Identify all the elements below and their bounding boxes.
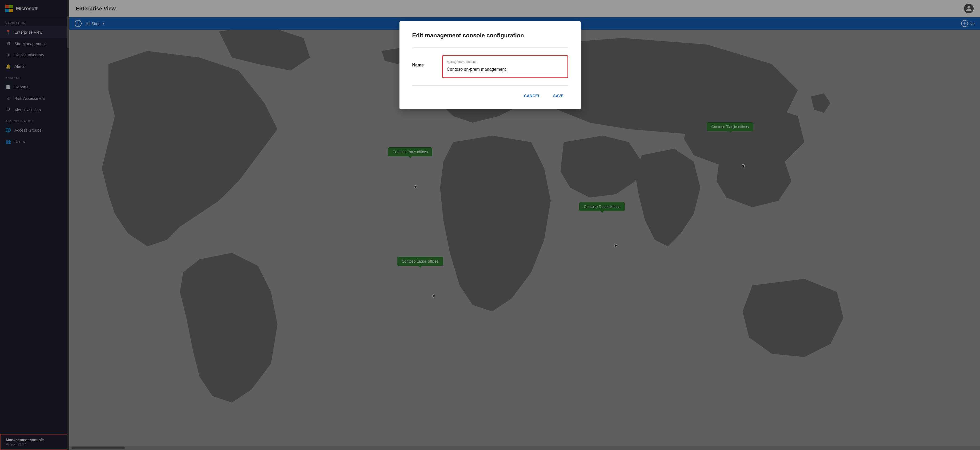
modal-title: Edit management console configuration bbox=[412, 32, 568, 39]
modal-form-row: Name Management console bbox=[412, 55, 568, 78]
management-console-input[interactable] bbox=[447, 66, 563, 73]
modal-divider-bottom bbox=[412, 85, 568, 86]
save-button[interactable]: SAVE bbox=[549, 91, 568, 101]
management-console-field: Management console bbox=[442, 55, 568, 78]
cancel-button[interactable]: CANCEL bbox=[520, 91, 544, 101]
name-label: Name bbox=[412, 55, 434, 67]
modal-overlay: Edit management console configuration Na… bbox=[0, 0, 980, 450]
modal-actions: CANCEL SAVE bbox=[412, 91, 568, 101]
edit-config-modal: Edit management console configuration Na… bbox=[399, 21, 581, 109]
field-label: Management console bbox=[447, 60, 563, 64]
